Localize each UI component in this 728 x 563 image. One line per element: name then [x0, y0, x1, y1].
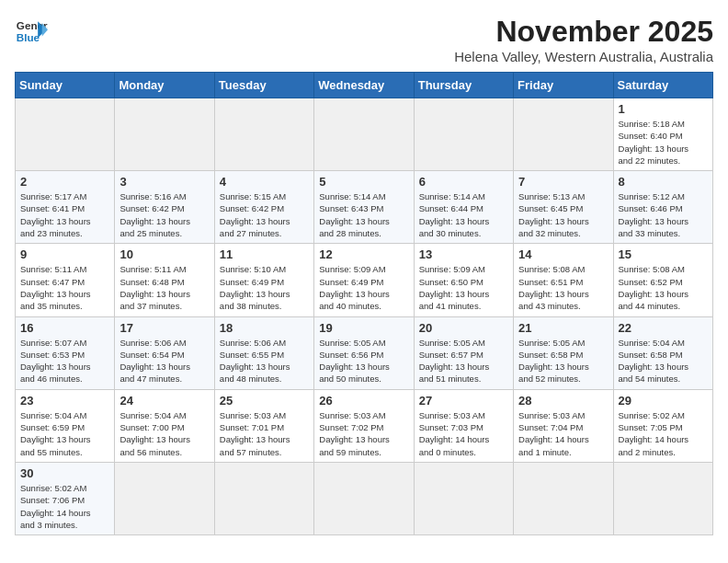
calendar-day-cell: 13Sunrise: 5:09 AM Sunset: 6:50 PM Dayli…	[414, 244, 513, 316]
day-info: Sunrise: 5:10 AM Sunset: 6:49 PM Dayligh…	[220, 263, 309, 312]
page-header: General Blue November 2025 Helena Valley…	[15, 15, 713, 64]
day-of-week-header: Monday	[115, 73, 214, 98]
day-number: 12	[319, 247, 408, 261]
calendar-header-row: SundayMondayTuesdayWednesdayThursdayFrid…	[16, 73, 713, 98]
calendar-day-cell: 16Sunrise: 5:07 AM Sunset: 6:53 PM Dayli…	[16, 316, 115, 389]
calendar-day-cell	[214, 462, 313, 534]
day-info: Sunrise: 5:04 AM Sunset: 6:58 PM Dayligh…	[619, 337, 708, 385]
day-info: Sunrise: 5:12 AM Sunset: 6:46 PM Dayligh…	[619, 190, 708, 239]
day-number: 17	[119, 321, 209, 335]
logo: General Blue	[15, 15, 48, 48]
day-number: 21	[518, 321, 608, 335]
day-number: 5	[319, 175, 408, 189]
calendar-day-cell: 25Sunrise: 5:03 AM Sunset: 7:01 PM Dayli…	[214, 389, 313, 462]
calendar-week-row: 16Sunrise: 5:07 AM Sunset: 6:53 PM Dayli…	[16, 316, 713, 389]
day-number: 13	[419, 247, 508, 261]
day-number: 28	[518, 394, 608, 408]
day-number: 30	[20, 466, 109, 480]
calendar-day-cell: 30Sunrise: 5:02 AM Sunset: 7:06 PM Dayli…	[16, 462, 115, 534]
calendar-day-cell	[115, 462, 214, 534]
day-number: 8	[619, 175, 708, 189]
calendar-day-cell	[414, 462, 513, 534]
day-of-week-header: Friday	[514, 73, 613, 98]
day-info: Sunrise: 5:03 AM Sunset: 7:04 PM Dayligh…	[518, 409, 608, 458]
month-title: November 2025	[454, 15, 713, 49]
svg-text:Blue: Blue	[17, 31, 40, 43]
calendar-day-cell: 29Sunrise: 5:02 AM Sunset: 7:05 PM Dayli…	[613, 389, 712, 462]
day-info: Sunrise: 5:03 AM Sunset: 7:01 PM Dayligh…	[220, 409, 309, 458]
calendar-day-cell: 19Sunrise: 5:05 AM Sunset: 6:56 PM Dayli…	[314, 316, 414, 389]
calendar-day-cell: 4Sunrise: 5:15 AM Sunset: 6:42 PM Daylig…	[214, 171, 313, 244]
calendar-day-cell: 24Sunrise: 5:04 AM Sunset: 7:00 PM Dayli…	[115, 389, 214, 462]
day-info: Sunrise: 5:04 AM Sunset: 7:00 PM Dayligh…	[119, 409, 209, 458]
day-info: Sunrise: 5:17 AM Sunset: 6:41 PM Dayligh…	[20, 190, 109, 239]
day-number: 15	[619, 247, 708, 261]
calendar-day-cell: 3Sunrise: 5:16 AM Sunset: 6:42 PM Daylig…	[115, 171, 214, 244]
calendar-day-cell	[314, 462, 414, 534]
day-of-week-header: Sunday	[16, 73, 115, 98]
day-number: 14	[518, 247, 608, 261]
calendar-day-cell: 15Sunrise: 5:08 AM Sunset: 6:52 PM Dayli…	[613, 244, 712, 316]
calendar-day-cell: 8Sunrise: 5:12 AM Sunset: 6:46 PM Daylig…	[613, 171, 712, 244]
day-info: Sunrise: 5:02 AM Sunset: 7:05 PM Dayligh…	[619, 409, 708, 458]
calendar-day-cell: 28Sunrise: 5:03 AM Sunset: 7:04 PM Dayli…	[514, 389, 613, 462]
calendar-day-cell: 12Sunrise: 5:09 AM Sunset: 6:49 PM Dayli…	[314, 244, 414, 316]
day-info: Sunrise: 5:05 AM Sunset: 6:58 PM Dayligh…	[518, 337, 608, 385]
day-info: Sunrise: 5:03 AM Sunset: 7:03 PM Dayligh…	[419, 409, 508, 458]
day-info: Sunrise: 5:09 AM Sunset: 6:50 PM Dayligh…	[419, 263, 508, 312]
day-number: 20	[419, 321, 508, 335]
day-info: Sunrise: 5:05 AM Sunset: 6:56 PM Dayligh…	[319, 337, 408, 385]
calendar-day-cell	[414, 98, 513, 171]
day-number: 4	[220, 175, 309, 189]
calendar-day-cell: 27Sunrise: 5:03 AM Sunset: 7:03 PM Dayli…	[414, 389, 513, 462]
day-info: Sunrise: 5:14 AM Sunset: 6:44 PM Dayligh…	[419, 190, 508, 239]
calendar-day-cell: 5Sunrise: 5:14 AM Sunset: 6:43 PM Daylig…	[314, 171, 414, 244]
day-info: Sunrise: 5:11 AM Sunset: 6:47 PM Dayligh…	[20, 263, 109, 312]
calendar-day-cell: 10Sunrise: 5:11 AM Sunset: 6:48 PM Dayli…	[115, 244, 214, 316]
day-number: 24	[119, 394, 209, 408]
day-info: Sunrise: 5:03 AM Sunset: 7:02 PM Dayligh…	[319, 409, 408, 458]
calendar-table: SundayMondayTuesdayWednesdayThursdayFrid…	[15, 72, 713, 535]
calendar-day-cell	[115, 98, 214, 171]
calendar-day-cell: 23Sunrise: 5:04 AM Sunset: 6:59 PM Dayli…	[16, 389, 115, 462]
day-number: 7	[518, 175, 608, 189]
day-of-week-header: Saturday	[613, 73, 712, 98]
day-info: Sunrise: 5:05 AM Sunset: 6:57 PM Dayligh…	[419, 337, 508, 385]
day-info: Sunrise: 5:18 AM Sunset: 6:40 PM Dayligh…	[619, 118, 708, 167]
calendar-week-row: 1Sunrise: 5:18 AM Sunset: 6:40 PM Daylig…	[16, 98, 713, 171]
day-number: 19	[319, 321, 408, 335]
day-info: Sunrise: 5:16 AM Sunset: 6:42 PM Dayligh…	[119, 190, 209, 239]
day-number: 3	[119, 175, 209, 189]
day-of-week-header: Wednesday	[314, 73, 414, 98]
day-info: Sunrise: 5:11 AM Sunset: 6:48 PM Dayligh…	[119, 263, 209, 312]
calendar-day-cell: 17Sunrise: 5:06 AM Sunset: 6:54 PM Dayli…	[115, 316, 214, 389]
calendar-day-cell: 20Sunrise: 5:05 AM Sunset: 6:57 PM Dayli…	[414, 316, 513, 389]
calendar-day-cell: 9Sunrise: 5:11 AM Sunset: 6:47 PM Daylig…	[16, 244, 115, 316]
day-number: 26	[319, 394, 408, 408]
calendar-day-cell: 6Sunrise: 5:14 AM Sunset: 6:44 PM Daylig…	[414, 171, 513, 244]
day-info: Sunrise: 5:09 AM Sunset: 6:49 PM Dayligh…	[319, 263, 408, 312]
day-number: 10	[119, 247, 209, 261]
calendar-week-row: 23Sunrise: 5:04 AM Sunset: 6:59 PM Dayli…	[16, 389, 713, 462]
day-info: Sunrise: 5:07 AM Sunset: 6:53 PM Dayligh…	[20, 337, 109, 385]
day-info: Sunrise: 5:06 AM Sunset: 6:54 PM Dayligh…	[119, 337, 209, 385]
day-number: 1	[619, 102, 708, 116]
day-number: 2	[20, 175, 109, 189]
calendar-day-cell	[514, 98, 613, 171]
calendar-day-cell	[314, 98, 414, 171]
day-number: 16	[20, 321, 109, 335]
day-info: Sunrise: 5:08 AM Sunset: 6:51 PM Dayligh…	[518, 263, 608, 312]
day-of-week-header: Thursday	[414, 73, 513, 98]
day-number: 11	[220, 247, 309, 261]
calendar-week-row: 30Sunrise: 5:02 AM Sunset: 7:06 PM Dayli…	[16, 462, 713, 534]
day-of-week-header: Tuesday	[214, 73, 313, 98]
day-number: 29	[619, 394, 708, 408]
day-info: Sunrise: 5:14 AM Sunset: 6:43 PM Dayligh…	[319, 190, 408, 239]
calendar-week-row: 9Sunrise: 5:11 AM Sunset: 6:47 PM Daylig…	[16, 244, 713, 316]
day-info: Sunrise: 5:08 AM Sunset: 6:52 PM Dayligh…	[619, 263, 708, 312]
title-area: November 2025 Helena Valley, Western Aus…	[454, 15, 713, 64]
calendar-day-cell: 22Sunrise: 5:04 AM Sunset: 6:58 PM Dayli…	[613, 316, 712, 389]
calendar-day-cell: 21Sunrise: 5:05 AM Sunset: 6:58 PM Dayli…	[514, 316, 613, 389]
calendar-day-cell: 7Sunrise: 5:13 AM Sunset: 6:45 PM Daylig…	[514, 171, 613, 244]
calendar-day-cell: 1Sunrise: 5:18 AM Sunset: 6:40 PM Daylig…	[613, 98, 712, 171]
